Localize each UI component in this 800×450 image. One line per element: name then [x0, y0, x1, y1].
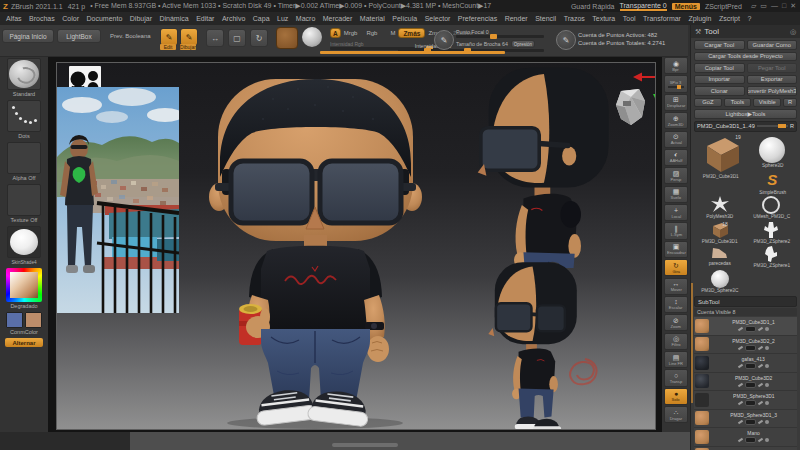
tool-panel-header[interactable]: ⚒ Tool ◎ — [691, 25, 800, 38]
lsym-button[interactable]: ∥L.Sym — [664, 222, 688, 239]
menu-archivo[interactable]: Archivo — [222, 15, 245, 22]
import-button[interactable]: Importar — [694, 75, 745, 85]
subtool-row-controls[interactable] — [738, 419, 769, 425]
pressure-button[interactable]: Opresión — [511, 40, 535, 48]
subtool-row[interactable]: gafas_413 — [694, 354, 797, 373]
subtool-scrollbar[interactable] — [691, 283, 693, 403]
subtool-row-controls[interactable] — [738, 437, 769, 443]
menu-editar[interactable]: Editar — [196, 15, 214, 22]
export-button[interactable]: Exportar — [747, 75, 798, 85]
tool-mini-slider[interactable] — [757, 125, 788, 127]
menu-mercader[interactable]: Mercader — [323, 15, 353, 22]
maximize-icon[interactable]: □ — [782, 2, 786, 10]
menu-material[interactable]: Material — [360, 15, 385, 22]
menus-toggle[interactable]: Menús — [672, 3, 700, 10]
move-mode-button[interactable]: ↔Mover — [664, 278, 688, 295]
lightbox-divider-handle[interactable] — [320, 51, 505, 54]
panel-circle-icon[interactable]: ◎ — [790, 28, 796, 36]
zoom-button[interactable]: ⊘Zoom — [664, 314, 688, 331]
menu-capa[interactable]: Capa — [253, 15, 270, 22]
mrgb-toggle[interactable]: Mrgb — [344, 30, 358, 36]
aahalf-button[interactable]: ◐AAHalf — [664, 149, 688, 166]
r-chip[interactable]: R — [790, 123, 794, 129]
current-material[interactable]: SkinShade4 — [7, 226, 41, 265]
window-icon-1[interactable]: ▱ — [751, 2, 756, 10]
menu-brochas[interactable]: Brochas — [29, 15, 55, 22]
document-viewport[interactable] — [56, 62, 656, 430]
subtool-row-controls[interactable] — [738, 326, 769, 332]
menu-help[interactable]: ? — [747, 15, 751, 22]
floor-button[interactable]: ▦Suelo — [664, 186, 688, 203]
lightbox-button[interactable]: LightBox — [57, 29, 101, 43]
subtool-row-controls[interactable] — [738, 345, 769, 351]
subtool-row-controls[interactable] — [738, 363, 769, 369]
menu-dibujar[interactable]: Dibujar — [130, 15, 152, 22]
transparent-toggle[interactable]: Transparente 0 — [620, 2, 667, 11]
r-button[interactable]: R — [783, 98, 797, 108]
a-toggle[interactable]: A — [330, 28, 341, 38]
zscript-pred[interactable]: ZScriptPred — [705, 3, 742, 10]
secondary-color-swatch[interactable] — [25, 312, 42, 328]
alternate-button[interactable]: Alternar — [5, 338, 43, 347]
subtool-row[interactable]: Mano1 — [694, 447, 797, 450]
subtool-row[interactable]: PM3D_Sphere3D1 — [694, 391, 797, 410]
menu-pelicula[interactable]: Película — [392, 15, 417, 22]
copy-tool-button[interactable]: Copiar Tool — [694, 63, 745, 73]
rotate-button[interactable]: ↻ — [250, 29, 268, 47]
clone-button[interactable]: Clonar — [694, 86, 745, 96]
color-gradient-icon[interactable] — [6, 268, 42, 302]
subtool-row[interactable]: Mano — [694, 428, 797, 447]
primary-color-swatch[interactable] — [6, 312, 23, 328]
tool-item-cube-big[interactable]: 19 PM3D_Cube3D1 — [694, 134, 748, 195]
tool-item-polymesh3d[interactable]: PolyMesh3D — [694, 196, 746, 220]
m-toggle[interactable]: M — [390, 30, 395, 36]
subtool-row[interactable]: PM3D_Cube3D2 — [694, 373, 797, 392]
tool-item-sphere3c[interactable]: PM3D_Sphere3C — [694, 270, 746, 294]
axis-gizmo[interactable] — [633, 69, 656, 109]
scale-mode-button[interactable]: ↕Escalar — [664, 296, 688, 313]
menu-luz[interactable]: Luz — [277, 15, 288, 22]
load-tools-from-project-button[interactable]: Cargar Tools desde Proyecto — [694, 52, 797, 62]
menu-alfas[interactable]: Alfas — [6, 15, 22, 22]
window-icon-2[interactable]: ▭ — [760, 2, 767, 10]
spix-slider[interactable]: SPix 3 — [664, 75, 688, 92]
funko-model-front-view[interactable] — [203, 71, 428, 430]
bottom-scrollbar[interactable] — [332, 443, 398, 447]
active-tool-namebar[interactable]: PM3D_Cube3D1_1..49 R — [694, 121, 797, 133]
current-brush[interactable]: Standard — [7, 58, 41, 97]
solo-button[interactable]: ●Solo — [664, 388, 688, 405]
menu-stencil[interactable]: Stencil — [535, 15, 556, 22]
bottom-tray[interactable] — [0, 432, 130, 450]
subtool-section-header[interactable]: SubTool — [694, 296, 797, 307]
persp-button[interactable]: ▨Persp — [664, 167, 688, 184]
lightbox-tools-button[interactable]: Lightbox▶Tools — [694, 109, 797, 119]
minimize-icon[interactable]: — — [771, 2, 778, 10]
subtool-row-controls[interactable] — [738, 400, 769, 406]
current-texture[interactable]: Texture Off — [7, 184, 41, 223]
menu-textura[interactable]: Textura — [592, 15, 615, 22]
filter-button[interactable]: ◎Filtro — [664, 333, 688, 350]
make-polymesh-button[interactable]: Convertir PolyMesh3D — [747, 86, 798, 96]
visible-button[interactable]: Visible — [753, 98, 781, 108]
subtool-row[interactable]: PM3D_Cube3D1_1 — [694, 317, 797, 336]
bpr-button[interactable]: ◉Bpr — [664, 57, 688, 74]
tool-item-cube-small[interactable]: 18 PM3D_Cube3D1 — [694, 221, 746, 245]
save-as-button[interactable]: Guardar Como — [747, 40, 798, 50]
menu-trazos[interactable]: Trazos — [564, 15, 585, 22]
subtool-row[interactable]: PM3D_Cube3D2_2 — [694, 336, 797, 355]
sculptris-button[interactable] — [276, 27, 298, 49]
tool-item-zsphere2[interactable]: PM3D_ZSphere2 — [746, 221, 798, 245]
tool-item-parecedas[interactable]: parecedas — [694, 245, 746, 269]
tools-button[interactable]: Tools — [724, 98, 752, 108]
scroll-button[interactable]: ⊞Desplazar — [664, 94, 688, 111]
subtool-row[interactable]: PM3D_Sphere3D1_3 — [694, 410, 797, 429]
menu-selector[interactable]: Selector — [425, 15, 451, 22]
close-icon[interactable]: ✕ — [790, 2, 796, 10]
drag-button[interactable]: ∴Dragar — [664, 406, 688, 423]
home-page-button[interactable]: Página Inicio — [2, 29, 54, 43]
menu-dinamica[interactable]: Dinámica — [159, 15, 188, 22]
move-button[interactable]: ↔ — [206, 29, 224, 47]
scale-button[interactable]: ▢ — [228, 29, 246, 47]
frame-button[interactable]: ▣Encuadrar — [664, 241, 688, 258]
actual-button[interactable]: ⊙Actual — [664, 131, 688, 148]
